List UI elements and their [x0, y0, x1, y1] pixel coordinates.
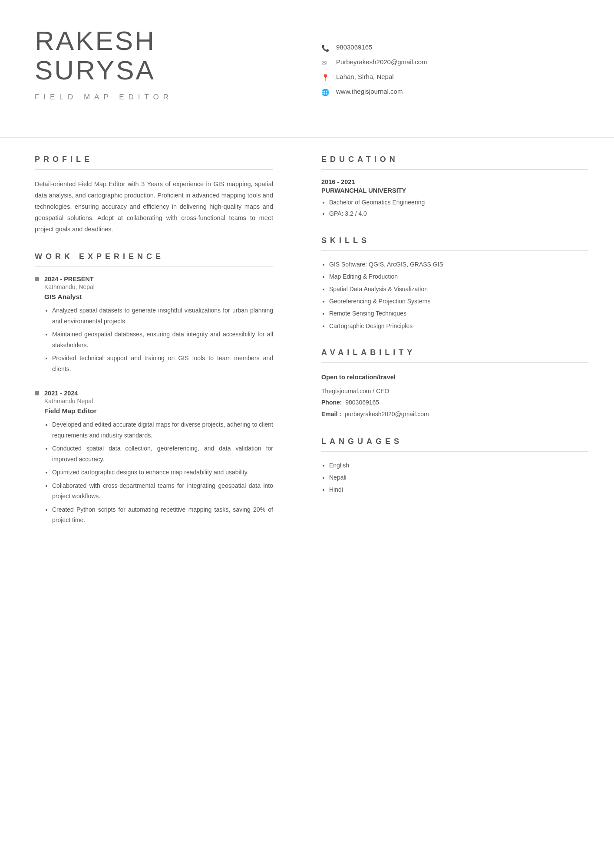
contact-phone: 📞 9803069165	[321, 43, 588, 52]
availability-email: purbeyrakesh2020@gmail.com	[345, 411, 429, 418]
availability-open: Open to relocation/travel	[321, 372, 588, 384]
skills-divider	[321, 250, 588, 251]
work-bullets-1: Analyzed spatial datasets to generate in…	[44, 305, 273, 374]
contact-info: 📞 9803069165 ✉ Purbeyrakesh2020@gmail.co…	[321, 43, 588, 96]
profile-divider	[35, 169, 273, 170]
language-1: Nepali	[329, 473, 588, 483]
phone-icon: 📞	[321, 44, 333, 52]
languages-list: English Nepali Hindi	[321, 460, 588, 495]
website-icon: 🌐	[321, 89, 333, 96]
profile-text: Detail-oriented Field Map Editor with 3 …	[35, 178, 273, 235]
availability-section-title: AVAILABILITY	[321, 348, 588, 357]
work-bullet-2-2: Optimized cartographic designs to enhanc…	[52, 467, 273, 478]
skill-1: Map Editing & Production	[329, 272, 588, 281]
languages-divider	[321, 451, 588, 452]
edu-years-1: 2016 - 2021	[321, 178, 588, 185]
availability-email-label: Email :	[321, 411, 341, 418]
work-year-1: 2024 - PRESENT	[35, 276, 273, 283]
work-location-2: Kathmandu Nepal	[44, 398, 273, 404]
edu-school-1: PURWANCHAL UNIVERSITY	[321, 187, 588, 194]
contact-location: 📍 Lahan, Sirha, Nepal	[321, 73, 588, 82]
work-divider	[35, 266, 273, 267]
job-title: FIELD MAP EDITOR	[35, 93, 273, 102]
candidate-name: RAKESH SURYSA	[35, 26, 273, 85]
edu-bullet-1-0: Bachelor of Geomatics Engineering	[329, 197, 588, 207]
skills-section-title: SKILLS	[321, 236, 588, 245]
availability-org: Thegisjournal.com / CEO	[321, 385, 588, 397]
work-location-1: Kathmandu, Nepal	[44, 283, 273, 290]
contact-website: 🌐 www.thegisjournal.com	[321, 88, 588, 96]
work-year-2: 2021 - 2024	[35, 390, 273, 397]
location-icon: 📍	[321, 74, 333, 82]
skill-2: Spatial Data Analysis & Visualization	[329, 284, 588, 294]
availability-phone: 9803069165	[345, 399, 379, 406]
contact-email: ✉ Purbeyrakesh2020@gmail.com	[321, 58, 588, 67]
skill-4: Remote Sensing Techniques	[329, 309, 588, 318]
availability-divider	[321, 362, 588, 363]
work-bullet-2-4: Created Python scripts for automating re…	[52, 504, 273, 526]
language-0: English	[329, 460, 588, 471]
email-icon: ✉	[321, 59, 333, 67]
languages-section-title: LANGUAGES	[321, 437, 588, 446]
availability-phone-line: Phone: 9803069165	[321, 397, 588, 408]
skill-0: GIS Software: QGIS, ArcGIS, GRASS GIS	[329, 260, 588, 269]
profile-section-title: PROFILE	[35, 155, 273, 164]
work-item-2: 2021 - 2024 Kathmandu Nepal Field Map Ed…	[35, 390, 273, 526]
availability-phone-label: Phone:	[321, 399, 342, 406]
work-bullet-1-1: Maintained geospatial databases, ensurin…	[52, 329, 273, 350]
work-section-title: WORK EXPERIENCE	[35, 252, 273, 261]
work-role-1: GIS Analyst	[44, 293, 273, 301]
skills-list: GIS Software: QGIS, ArcGIS, GRASS GIS Ma…	[321, 260, 588, 331]
work-bullets-2: Developed and edited accurate digital ma…	[44, 419, 273, 526]
language-2: Hindi	[329, 485, 588, 495]
work-bullet-2-0: Developed and edited accurate digital ma…	[52, 419, 273, 441]
edu-bullets-1: Bachelor of Geomatics Engineering GPA: 3…	[321, 197, 588, 219]
availability-block: Open to relocation/travel Thegisjournal.…	[321, 372, 588, 420]
availability-email-line: Email : purbeyrakesh2020@gmail.com	[321, 408, 588, 420]
education-section-title: EDUCATION	[321, 155, 588, 164]
work-item-1: 2024 - PRESENT Kathmandu, Nepal GIS Anal…	[35, 276, 273, 374]
work-dot-2	[35, 391, 39, 395]
work-role-2: Field Map Editor	[44, 407, 273, 415]
work-bullet-2-3: Collaborated with cross-departmental tea…	[52, 480, 273, 502]
skill-3: Georeferencing & Projection Systems	[329, 296, 588, 306]
work-dot-1	[35, 277, 39, 281]
education-divider	[321, 169, 588, 170]
work-bullet-2-1: Conducted spatial data collection, geore…	[52, 443, 273, 464]
education-item-1: 2016 - 2021 PURWANCHAL UNIVERSITY Bachel…	[321, 178, 588, 219]
work-bullet-1-0: Analyzed spatial datasets to generate in…	[52, 305, 273, 326]
work-bullet-1-2: Provided technical support and training …	[52, 353, 273, 374]
edu-bullet-1-1: GPA: 3.2 / 4.0	[329, 209, 588, 218]
skill-5: Cartographic Design Principles	[329, 321, 588, 331]
